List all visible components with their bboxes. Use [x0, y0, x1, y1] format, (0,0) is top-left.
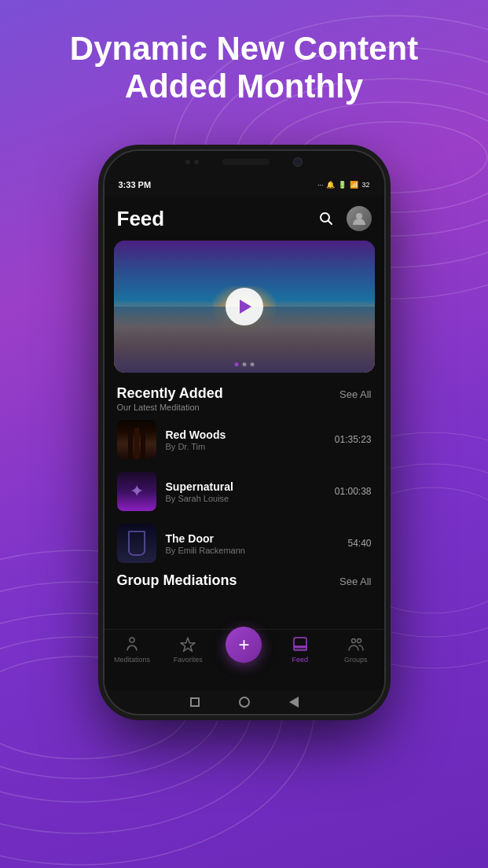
video-pagination: [234, 362, 254, 366]
favorites-label: Favorites: [174, 656, 203, 664]
add-button[interactable]: +: [226, 627, 262, 663]
circle-icon: [239, 697, 250, 708]
item-title-door: The Door: [166, 532, 339, 545]
favorites-icon: [178, 634, 197, 653]
add-icon: +: [238, 635, 249, 654]
svg-point-16: [130, 638, 134, 642]
list-info-supernatural: Supernatural By Sarah Louise: [166, 480, 325, 503]
thumb-image-door: [117, 524, 156, 563]
meditations-label: Meditations: [114, 656, 150, 664]
battery-level: 32: [361, 181, 369, 189]
app-screen: Feed: [105, 197, 384, 690]
thumb-image-redwoods: [117, 420, 156, 459]
item-title-redwoods: Red Woods: [166, 428, 325, 441]
list-item[interactable]: The Door By Emili Rackemann 54:40: [105, 517, 384, 569]
hero-line2: Added Monthly: [125, 68, 363, 105]
speaker-grille: [222, 159, 270, 165]
profile-avatar[interactable]: [347, 206, 372, 231]
groups-label: Groups: [344, 656, 368, 664]
phone-camera-area: [105, 151, 384, 173]
nav-item-add[interactable]: +: [224, 634, 263, 663]
svg-rect-18: [294, 646, 306, 650]
svg-line-14: [328, 221, 332, 225]
signal-text: ···: [317, 181, 324, 189]
square-icon: [190, 697, 200, 707]
thumb-door: [117, 524, 156, 563]
thumb-supernatural: [117, 472, 156, 511]
nav-item-groups[interactable]: Groups: [336, 634, 376, 664]
recently-added-header: Recently Added Our Latest Meditation See…: [105, 382, 384, 414]
group-mediations-see-all[interactable]: See All: [339, 572, 371, 587]
sensor-dot-2: [194, 160, 199, 164]
battery-icon: 🔋: [338, 181, 347, 189]
status-time: 3:33 PM: [119, 180, 152, 189]
item-duration-redwoods: 01:35:23: [335, 434, 372, 445]
svg-point-19: [351, 639, 355, 643]
groups-icon: [347, 634, 365, 653]
dot-2: [242, 362, 246, 366]
thumb-redwoods: [117, 420, 156, 459]
list-info-redwoods: Red Woods By Dr. Tim: [166, 428, 325, 451]
nav-item-feed[interactable]: Feed: [281, 634, 320, 664]
svg-point-20: [357, 639, 361, 643]
video-hero[interactable]: [114, 241, 375, 373]
group-mediations-title: Group Mediations: [117, 572, 237, 589]
meditations-icon: [123, 634, 141, 653]
feed-label: Feed: [292, 656, 308, 664]
phone-device: 3:33 PM ··· 🔔 🔋 📶 32 Feed: [103, 149, 386, 715]
group-mediations-header: Group Mediations See All: [105, 569, 384, 590]
android-recents-btn[interactable]: [190, 697, 200, 707]
left-sensors: [185, 160, 199, 164]
search-button[interactable]: [314, 206, 339, 231]
recently-added-subtitle: Our Latest Meditation: [117, 403, 223, 412]
bell-icon: 🔔: [326, 181, 335, 189]
svg-point-15: [356, 213, 362, 219]
android-nav-bar: [105, 690, 384, 714]
item-title-supernatural: Supernatural: [166, 480, 325, 493]
item-duration-supernatural: 01:00:38: [335, 486, 372, 497]
list-item[interactable]: Red Woods By Dr. Tim 01:35:23: [105, 414, 384, 465]
item-duration-door: 54:40: [347, 538, 371, 549]
section-title-col: Recently Added Our Latest Meditation: [117, 385, 223, 412]
android-home-btn[interactable]: [239, 697, 250, 708]
header-icons: [314, 206, 372, 231]
status-icons: ··· 🔔 🔋 📶 32: [317, 181, 370, 189]
front-camera: [293, 157, 303, 167]
feed-icon: [291, 634, 310, 653]
svg-rect-17: [294, 638, 306, 647]
hero-title: Dynamic New Content Added Monthly: [0, 30, 488, 106]
play-icon: [240, 300, 251, 314]
app-header: Feed: [105, 197, 384, 237]
item-author-redwoods: By Dr. Tim: [166, 442, 325, 451]
list-item[interactable]: Supernatural By Sarah Louise 01:00:38: [105, 465, 384, 517]
status-bar: 3:33 PM ··· 🔔 🔋 📶 32: [105, 173, 384, 197]
nav-item-meditations[interactable]: Meditations: [112, 634, 152, 664]
bottom-nav: Meditations Favorites +: [105, 629, 384, 690]
recently-added-see-all[interactable]: See All: [339, 385, 371, 400]
back-icon: [289, 697, 299, 708]
item-author-door: By Emili Rackemann: [166, 546, 339, 555]
item-author-supernatural: By Sarah Louise: [166, 494, 325, 503]
wifi-icon: 📶: [350, 181, 358, 189]
hero-line1: Dynamic New Content: [70, 30, 418, 67]
play-button[interactable]: [226, 288, 263, 326]
thumb-image-supernatural: [117, 472, 156, 511]
dot-3: [250, 362, 254, 366]
dot-1: [234, 362, 238, 366]
list-info-door: The Door By Emili Rackemann: [166, 532, 339, 555]
nav-item-favorites[interactable]: Favorites: [168, 634, 207, 664]
app-title: Feed: [117, 207, 165, 231]
sensor-dot-1: [185, 160, 190, 164]
recently-added-title: Recently Added: [117, 385, 223, 402]
android-back-btn[interactable]: [289, 697, 299, 708]
